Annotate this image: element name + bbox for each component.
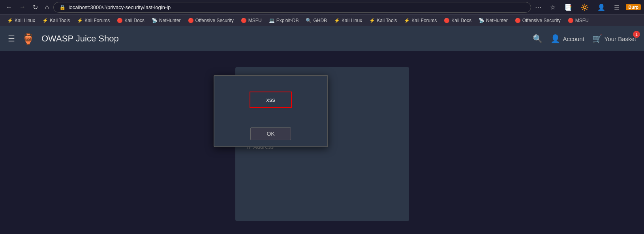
bookmark-kali-tools-2[interactable]: ⚡ Kali Tools [366,17,400,24]
bookmark-exploit-db[interactable]: 💻 Exploit-DB [266,17,302,24]
bookmark-nethunter-2[interactable]: 📡 NetHunter [475,17,511,24]
address-url: localhost:3000/#/privacy-security/last-l… [69,4,171,10]
tab-bar: ← → ↻ ⌂ 🔒 localhost:3000/#/privacy-secur… [0,0,644,14]
xss-alert-box: xss [250,92,292,108]
os-icon-2: 🔴 [515,18,521,23]
basket-label: Your Basket [605,36,636,42]
bookmark-nethunter-1[interactable]: 📡 NetHunter [148,17,184,24]
basket-count-badge: 1 [633,31,640,38]
reload-button[interactable]: ↻ [30,2,41,13]
profile-icon[interactable]: 👤 [595,2,608,12]
kali-icon-2: ⚡ [334,18,340,23]
bookmarks-bar: ⚡ Kali Linux ⚡ Kali Tools ⚡ Kali Forums … [0,14,644,26]
bookmark-label: Kali Forums [84,18,110,23]
menu-bars-icon[interactable]: ☰ [612,2,622,12]
kali-forums-icon-2: ⚡ [404,18,410,23]
xss-text: xss [266,96,275,103]
bookmark-ghdb[interactable]: 🔍 GHDB [302,17,330,24]
bookmark-label: MSFU [575,18,589,23]
bookmark-label: Kali Docs [124,18,145,23]
dialog-ok-button[interactable]: OK [250,127,291,140]
ghdb-icon: 🔍 [306,18,312,23]
bookmark-label: NetHunter [486,18,508,23]
bookmark-msfu-2[interactable]: 🔴 MSFU [565,17,592,24]
bookmark-kali-docs-1[interactable]: 🔴 Kali Docs [114,17,148,24]
bookmark-label: Kali Docs [451,18,471,23]
header-left: ☰ 🏺 OWASP Juice Shop [8,32,119,45]
bookmark-label: Kali Linux [15,18,35,23]
kali-tools-icon-2: ⚡ [369,18,375,23]
bookmark-label: Kali Tools [377,18,397,23]
nethunter-icon-2: 📡 [479,18,484,23]
bookmark-label: Offensive Security [195,18,234,23]
bookmark-label: MSFU [248,18,262,23]
kali-docs-icon-1: 🔴 [117,18,123,23]
msfu-icon-2: 🔴 [568,18,574,23]
bookmark-label: Kali Tools [50,18,70,23]
app-logo: 🏺 [21,32,35,45]
page-content: Last Login IP xss OK IP Address [0,51,644,221]
search-button[interactable]: 🔍 [533,34,543,43]
bookmark-msfu-1[interactable]: 🔴 MSFU [238,17,265,24]
bookmark-label: Kali Forums [411,18,437,23]
hamburger-button[interactable]: ☰ [8,34,15,43]
extensions-icon[interactable]: ⋯ [533,2,544,12]
alert-dialog: xss OK [214,75,328,147]
home-button[interactable]: ⌂ [42,2,52,12]
bookmark-label: Offensive Security [522,18,561,23]
last-login-ip-card: Last Login IP xss OK IP Address [235,67,409,221]
header-right: 🔍 👤 Account 🛒 Your Basket 1 [533,34,636,43]
account-circle-icon: 👤 [550,34,560,43]
kali-docs-icon-2: 🔴 [444,18,450,23]
bookmark-kali-forums-2[interactable]: ⚡ Kali Forums [401,17,440,24]
bookmark-label: GHDB [313,18,327,23]
back-button[interactable]: ← [3,2,15,12]
os-icon-1: 🔴 [188,18,194,23]
dialog-footer: OK [214,124,327,146]
toolbar-right: ⋯ ☆ 📑 🔆 👤 ☰ Burp [533,2,641,12]
bookmark-kali-forums-1[interactable]: ⚡ Kali Forums [74,17,113,24]
reader-icon[interactable]: 🔆 [578,2,591,12]
account-label: Account [563,36,584,42]
basket-button[interactable]: 🛒 Your Basket 1 [592,34,636,43]
bookmark-icon[interactable]: ☆ [548,2,558,12]
forward-button[interactable]: → [17,2,28,12]
bookmark-offensive-security-2[interactable]: 🔴 Offensive Security [512,17,564,24]
kali-tools-icon-1: ⚡ [42,18,48,23]
security-icon: 🔒 [59,4,66,10]
bookmark-label: NetHunter [159,18,181,23]
bookmark-kali-tools-1[interactable]: ⚡ Kali Tools [39,17,73,24]
bookmark-kali-linux-2[interactable]: ⚡ Kali Linux [331,17,365,24]
kali-forums-icon-1: ⚡ [77,18,83,23]
nethunter-icon-1: 📡 [152,18,158,23]
bookmark-offensive-security-1[interactable]: 🔴 Offensive Security [185,17,237,24]
bookmark-label: Kali Linux [342,18,362,23]
bookmark-list-icon[interactable]: 📑 [562,2,575,12]
alert-dialog-overlay: xss OK [188,67,354,158]
exploit-db-icon: 💻 [269,18,275,23]
bookmark-kali-linux-1[interactable]: ⚡ Kali Linux [4,17,38,24]
msfu-icon-1: 🔴 [241,18,247,23]
browser-chrome: ← → ↻ ⌂ 🔒 localhost:3000/#/privacy-secur… [0,0,644,26]
app-title: OWASP Juice Shop [41,34,119,44]
account-button[interactable]: 👤 Account [550,34,584,43]
dialog-content: xss [214,76,327,124]
app-header: ☰ 🏺 OWASP Juice Shop 🔍 👤 Account 🛒 Your … [0,26,644,51]
bookmark-kali-docs-2[interactable]: 🔴 Kali Docs [441,17,475,24]
address-bar[interactable]: 🔒 localhost:3000/#/privacy-security/last… [53,2,531,13]
burp-badge: Burp [626,4,641,10]
cart-icon: 🛒 [592,34,602,43]
kali-icon-1: ⚡ [7,18,13,23]
bookmark-label: Exploit-DB [276,18,299,23]
